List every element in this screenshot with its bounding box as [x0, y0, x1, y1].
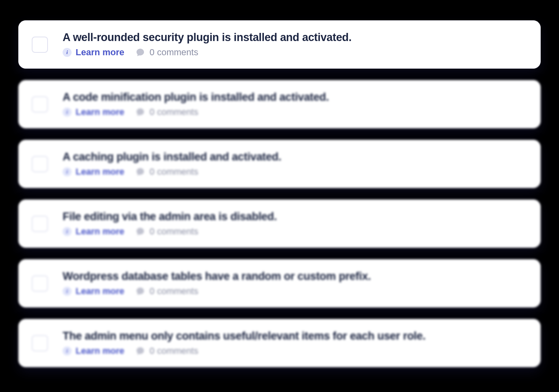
- comments-label: 0 comments: [150, 286, 198, 297]
- comment-icon: [136, 48, 145, 57]
- card-title: A well-rounded security plugin is instal…: [63, 31, 352, 44]
- comments-link[interactable]: 0 comments: [136, 286, 198, 297]
- card-meta: i Learn more 0 comments: [63, 286, 371, 297]
- info-icon: i: [63, 167, 72, 176]
- comment-icon: [136, 108, 145, 117]
- card-meta: i Learn more 0 comments: [63, 226, 277, 237]
- comments-label: 0 comments: [150, 167, 198, 177]
- checkbox[interactable]: [32, 156, 48, 172]
- info-icon: i: [63, 48, 72, 57]
- learn-more-link[interactable]: i Learn more: [63, 107, 124, 117]
- learn-more-label: Learn more: [76, 47, 124, 58]
- checklist-item[interactable]: A caching plugin is installed and activa…: [18, 140, 541, 188]
- learn-more-label: Learn more: [76, 226, 124, 237]
- comments-link[interactable]: 0 comments: [136, 167, 198, 177]
- comment-icon: [136, 347, 145, 355]
- comments-label: 0 comments: [150, 47, 198, 58]
- comments-label: 0 comments: [150, 226, 198, 237]
- info-icon: i: [63, 108, 72, 117]
- learn-more-label: Learn more: [76, 167, 124, 177]
- card-title: Wordpress database tables have a random …: [63, 270, 371, 283]
- checkbox[interactable]: [32, 216, 48, 232]
- checklist: A well-rounded security plugin is instal…: [18, 20, 541, 367]
- card-meta: i Learn more 0 comments: [63, 47, 352, 58]
- card-meta: i Learn more 0 comments: [63, 107, 329, 117]
- learn-more-link[interactable]: i Learn more: [63, 286, 124, 297]
- learn-more-link[interactable]: i Learn more: [63, 47, 124, 58]
- info-icon: i: [63, 287, 72, 296]
- card-meta: i Learn more 0 comments: [63, 346, 426, 356]
- card-content: A caching plugin is installed and activa…: [63, 151, 281, 177]
- comment-icon: [136, 227, 145, 236]
- card-meta: i Learn more 0 comments: [63, 167, 281, 177]
- card-content: A code minification plugin is installed …: [63, 91, 329, 117]
- card-content: The admin menu only contains useful/rele…: [63, 330, 426, 356]
- learn-more-link[interactable]: i Learn more: [63, 226, 124, 237]
- learn-more-label: Learn more: [76, 346, 124, 356]
- checkbox[interactable]: [32, 37, 48, 53]
- learn-more-link[interactable]: i Learn more: [63, 167, 124, 177]
- learn-more-label: Learn more: [76, 107, 124, 117]
- comments-link[interactable]: 0 comments: [136, 47, 198, 58]
- checklist-item[interactable]: A code minification plugin is installed …: [18, 80, 541, 128]
- card-title: A code minification plugin is installed …: [63, 91, 329, 104]
- checkbox[interactable]: [32, 96, 48, 113]
- checklist-item[interactable]: Wordpress database tables have a random …: [18, 259, 541, 308]
- card-content: File editing via the admin area is disab…: [63, 210, 277, 237]
- card-title: A caching plugin is installed and activa…: [63, 151, 281, 163]
- comments-link[interactable]: 0 comments: [136, 226, 198, 237]
- comments-label: 0 comments: [150, 346, 198, 356]
- learn-more-label: Learn more: [76, 286, 124, 297]
- checklist-item[interactable]: File editing via the admin area is disab…: [18, 199, 541, 248]
- comments-label: 0 comments: [150, 107, 198, 117]
- comment-icon: [136, 287, 145, 296]
- checklist-item[interactable]: The admin menu only contains useful/rele…: [18, 319, 541, 367]
- checkbox[interactable]: [32, 335, 48, 351]
- checkbox[interactable]: [32, 275, 48, 292]
- card-title: File editing via the admin area is disab…: [63, 210, 277, 223]
- card-content: A well-rounded security plugin is instal…: [63, 31, 352, 58]
- comment-icon: [136, 167, 145, 176]
- checklist-item[interactable]: A well-rounded security plugin is instal…: [18, 20, 541, 69]
- comments-link[interactable]: 0 comments: [136, 107, 198, 117]
- card-content: Wordpress database tables have a random …: [63, 270, 371, 297]
- learn-more-link[interactable]: i Learn more: [63, 346, 124, 356]
- comments-link[interactable]: 0 comments: [136, 346, 198, 356]
- info-icon: i: [63, 227, 72, 236]
- info-icon: i: [63, 347, 72, 355]
- card-title: The admin menu only contains useful/rele…: [63, 330, 426, 342]
